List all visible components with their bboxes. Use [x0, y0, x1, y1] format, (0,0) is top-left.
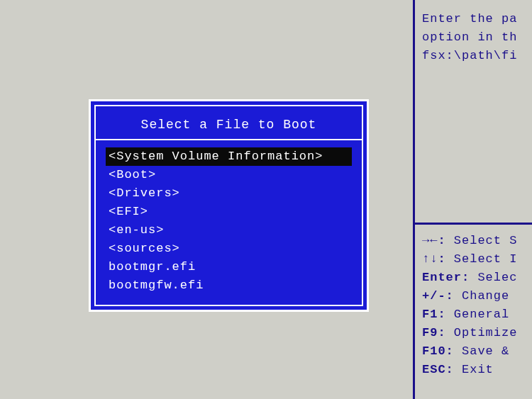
modal-title: Select a File to Boot — [106, 113, 352, 139]
key-label: +/-: — [422, 289, 454, 303]
file-item-bootmgr-efi[interactable]: bootmgr.efi — [106, 258, 352, 276]
help-key-line: ESC: Exit — [422, 361, 528, 379]
help-key-line: →←: Select S — [422, 232, 528, 250]
file-item-boot[interactable]: <Boot> — [106, 166, 352, 184]
help-key-line: F1: General — [422, 305, 528, 324]
help-key-line: ↑↓: Select I — [422, 250, 528, 269]
file-item-en-us[interactable]: <en-us> — [106, 221, 352, 240]
bios-screen: Enter the pa option in th fsx:\path\fi →… — [0, 0, 532, 399]
help-panel: Enter the pa option in th fsx:\path\fi →… — [413, 0, 532, 399]
file-list[interactable]: <System Volume Information> <Boot> <Driv… — [106, 147, 352, 295]
key-desc: Selec — [470, 271, 517, 284]
key-label: F10: — [422, 344, 454, 358]
key-label: Enter: — [422, 271, 470, 284]
key-label: F9: — [422, 326, 446, 339]
help-top-line: fsx:\path\fi — [422, 47, 528, 65]
modal-divider — [96, 139, 362, 140]
help-key-line: F10: Save & — [422, 342, 528, 361]
help-divider — [415, 223, 532, 225]
boot-file-modal: Select a File to Boot <System Volume Inf… — [89, 99, 369, 312]
key-label: →←: — [422, 234, 446, 247]
key-desc: Select S — [446, 234, 518, 247]
help-top-line: option in th — [422, 28, 528, 47]
file-item-system-volume-information[interactable]: <System Volume Information> — [106, 147, 352, 166]
key-label: ESC: — [422, 363, 454, 376]
help-key-line: +/-: Change — [422, 287, 528, 305]
file-item-efi[interactable]: <EFI> — [106, 203, 352, 221]
key-desc: Change — [454, 289, 509, 303]
help-description: Enter the pa option in th fsx:\path\fi — [422, 10, 528, 67]
key-label: ↑↓: — [422, 252, 446, 266]
key-desc: Save & — [454, 344, 509, 358]
help-keys: →←: Select S ↑↓: Select I Enter: Selec +… — [422, 232, 528, 379]
key-desc: Select I — [446, 252, 518, 266]
file-item-drivers[interactable]: <Drivers> — [106, 184, 352, 203]
file-item-bootmgfw-efi[interactable]: bootmgfw.efi — [106, 276, 352, 295]
key-label: F1: — [422, 308, 446, 321]
help-top-line: Enter the pa — [422, 10, 528, 28]
help-key-line: Enter: Selec — [422, 269, 528, 287]
key-desc: Exit — [454, 363, 494, 376]
help-key-line: F9: Optimize — [422, 324, 528, 342]
file-item-sources[interactable]: <sources> — [106, 240, 352, 258]
key-desc: Optimize — [446, 326, 518, 339]
key-desc: General — [446, 308, 510, 321]
boot-file-modal-inner: Select a File to Boot <System Volume Inf… — [94, 105, 363, 306]
